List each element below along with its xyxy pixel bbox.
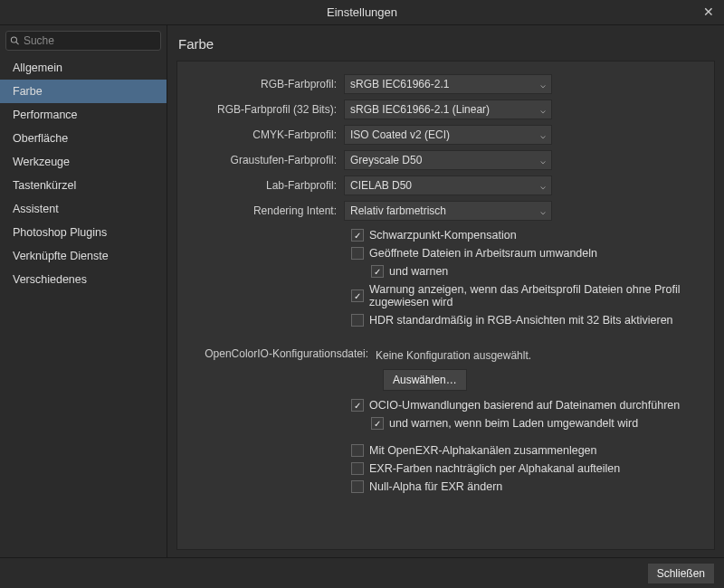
content: Farbe RGB-Farbprofil: sRGB IEC61966-2.1⌵… <box>167 25 724 557</box>
lab-profile-select[interactable]: CIELAB D50⌵ <box>344 175 552 195</box>
cmyk-profile-label: CMYK-Farbprofil: <box>190 128 344 141</box>
close-button[interactable]: Schließen <box>647 563 715 584</box>
sidebar-item-werkzeuge[interactable]: Werkzeuge <box>0 150 167 174</box>
chevron-down-icon: ⌵ <box>540 181 546 191</box>
sidebar-item-allgemein[interactable]: Allgemein <box>0 56 167 80</box>
grayscale-profile-select[interactable]: Greyscale D50⌵ <box>344 150 552 170</box>
search-input[interactable] <box>24 34 157 47</box>
search-icon <box>10 35 20 46</box>
footer: Schließen <box>0 557 724 588</box>
hdr-default-checkbox[interactable] <box>351 314 364 327</box>
rgb-profile-select[interactable]: sRGB IEC61966-2.1⌵ <box>344 74 552 94</box>
ocio-filename-warn-checkbox[interactable] <box>371 417 384 430</box>
exr-split-alpha-checkbox-row[interactable]: EXR-Farben nachträglich per Alphakanal a… <box>351 460 701 478</box>
exr-merge-alpha-checkbox[interactable] <box>351 444 364 457</box>
svg-line-1 <box>16 42 19 44</box>
sidebar-item-assistent[interactable]: Assistent <box>0 197 167 221</box>
sidebar-list: AllgemeinFarbePerformanceOberflächeWerkz… <box>0 56 167 557</box>
ocio-filename-checkbox-row[interactable]: OCIO-Umwandlungen basierend auf Dateinam… <box>351 396 701 414</box>
sidebar-item-verschiedenes[interactable]: Verschiedenes <box>0 268 167 291</box>
exr-split-alpha-checkbox[interactable] <box>351 462 364 475</box>
titlebar: Einstellungen ✕ <box>0 0 724 25</box>
sidebar-item-oberfläche[interactable]: Oberfläche <box>0 127 167 150</box>
search-input-wrap[interactable] <box>5 31 161 51</box>
convert-opened-checkbox[interactable] <box>351 247 364 260</box>
cmyk-profile-select[interactable]: ISO Coated v2 (ECI)⌵ <box>344 125 552 145</box>
sidebar-item-verknüpfte-dienste[interactable]: Verknüpfte Dienste <box>0 244 167 268</box>
settings-panel: RGB-Farbprofil: sRGB IEC61966-2.1⌵ RGB-F… <box>176 61 715 550</box>
exr-null-alpha-checkbox[interactable] <box>351 480 364 493</box>
blackpoint-checkbox[interactable] <box>351 229 364 242</box>
rgb32-profile-label: RGB-Farbprofil (32 Bits): <box>190 103 344 116</box>
chevron-down-icon: ⌵ <box>540 105 546 115</box>
warn-profile-checkbox[interactable] <box>351 289 364 302</box>
grayscale-profile-label: Graustufen-Farbprofil: <box>190 154 344 166</box>
ocio-config-label: OpenColorIO-Konfigurationsdatei: <box>190 347 376 360</box>
chevron-down-icon: ⌵ <box>540 156 546 166</box>
chevron-down-icon: ⌵ <box>540 130 546 140</box>
ocio-config-status: Keine Konfiguration ausgewählt. <box>376 346 701 362</box>
ocio-filename-warn-checkbox-row[interactable]: und warnen, wenn beim Laden umgewandelt … <box>351 414 701 432</box>
sidebar-item-tastenkürzel[interactable]: Tastenkürzel <box>0 174 167 197</box>
sidebar-item-performance[interactable]: Performance <box>0 103 167 127</box>
sidebar-item-farbe[interactable]: Farbe <box>0 80 167 103</box>
window-title: Einstellungen <box>327 5 397 19</box>
exr-null-alpha-checkbox-row[interactable]: Null-Alpha für EXR ändern <box>351 478 701 496</box>
sidebar: AllgemeinFarbePerformanceOberflächeWerkz… <box>0 25 167 557</box>
ocio-choose-button[interactable]: Auswählen… <box>383 369 467 391</box>
chevron-down-icon: ⌵ <box>540 206 546 216</box>
chevron-down-icon: ⌵ <box>540 80 546 90</box>
rgb-profile-label: RGB-Farbprofil: <box>190 78 344 90</box>
rendering-intent-label: Rendering Intent: <box>190 204 344 217</box>
close-icon[interactable]: ✕ <box>700 4 717 20</box>
convert-warn-checkbox[interactable] <box>371 265 384 278</box>
lab-profile-label: Lab-Farbprofil: <box>190 179 344 192</box>
warn-profile-checkbox-row[interactable]: Warnung anzeigen, wenn das Arbeitsprofil… <box>351 280 701 311</box>
main-area: AllgemeinFarbePerformanceOberflächeWerkz… <box>0 25 724 557</box>
blackpoint-checkbox-row[interactable]: Schwarzpunkt-Kompensation <box>351 226 701 244</box>
sidebar-item-photoshop-plugins[interactable]: Photoshop Plugins <box>0 221 167 244</box>
exr-merge-alpha-checkbox-row[interactable]: Mit OpenEXR-Alphakanälen zusammenlegen <box>351 441 701 460</box>
convert-opened-checkbox-row[interactable]: Geöffnete Dateien in Arbeitsraum umwande… <box>351 244 701 262</box>
svg-point-0 <box>11 37 16 43</box>
convert-warn-checkbox-row[interactable]: und warnen <box>351 262 701 280</box>
rgb32-profile-select[interactable]: sRGB IEC61966-2.1 (Linear)⌵ <box>344 100 552 119</box>
ocio-filename-checkbox[interactable] <box>351 399 364 412</box>
hdr-default-checkbox-row[interactable]: HDR standardmäßig in RGB-Ansichten mit 3… <box>351 311 701 329</box>
rendering-intent-select[interactable]: Relativ farbmetrisch⌵ <box>344 201 552 221</box>
page-title: Farbe <box>176 33 715 61</box>
